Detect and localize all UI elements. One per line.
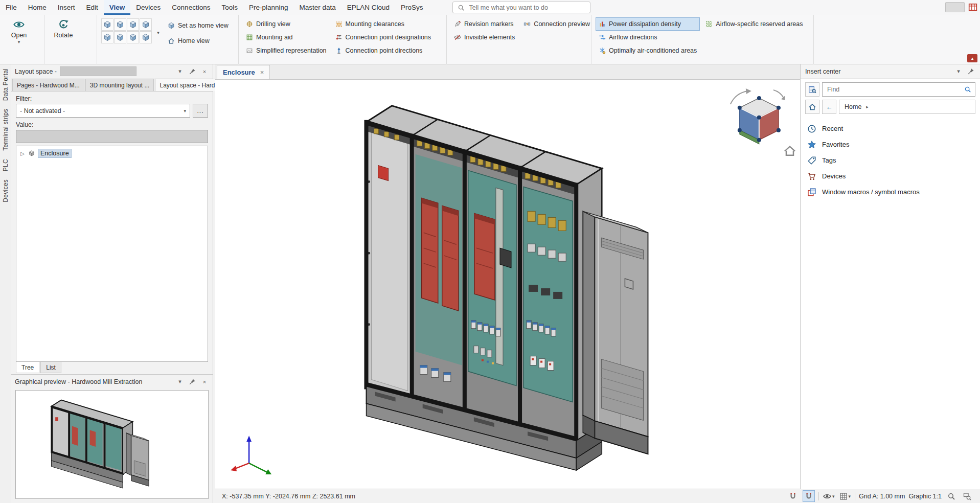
insert-center-home-button[interactable] bbox=[805, 100, 819, 114]
menu-file[interactable]: File bbox=[0, 0, 22, 15]
list-item-tags[interactable]: Tags bbox=[801, 152, 980, 168]
zoom-window-button[interactable] bbox=[961, 490, 973, 502]
airflow-directions-button[interactable]: Airflow directions bbox=[596, 31, 700, 44]
viewpoint-cube-button[interactable] bbox=[101, 31, 113, 43]
menu-home[interactable]: Home bbox=[22, 0, 52, 15]
viewpoint-more-button[interactable]: ▾ bbox=[154, 17, 162, 48]
panel-pin-button[interactable] bbox=[188, 377, 197, 386]
list-item-recent[interactable]: Recent bbox=[801, 121, 980, 136]
chevron-down-icon: ▾ bbox=[18, 40, 20, 44]
airflow-specific-reserved-areas-icon bbox=[705, 20, 713, 28]
value-input[interactable] bbox=[16, 130, 208, 143]
list-item-devices[interactable]: Devices bbox=[801, 168, 980, 184]
tab-pages[interactable]: Pages - Hardwood M... bbox=[12, 79, 84, 91]
panel-menu-button[interactable]: ▾ bbox=[954, 67, 963, 76]
optimally-air-conditioned-areas-button[interactable]: Optimally air-conditioned areas bbox=[596, 44, 700, 57]
list-item-favorites[interactable]: Favorites bbox=[801, 136, 980, 152]
filter-browse-button[interactable]: ... bbox=[193, 104, 208, 118]
revision-markers-button[interactable]: Revision markers bbox=[451, 17, 518, 31]
viewpoint-cube-button[interactable] bbox=[114, 31, 126, 43]
close-icon[interactable]: × bbox=[260, 68, 264, 76]
tree-item-enclosure[interactable]: ▷ Enclosure bbox=[17, 148, 207, 158]
power-dissipation-density-button[interactable]: Power dissipation density bbox=[596, 17, 700, 31]
object-snap-button[interactable] bbox=[803, 490, 815, 502]
3d-viewport[interactable] bbox=[215, 80, 801, 489]
viewpoint-cube-button[interactable] bbox=[101, 18, 113, 31]
simplified-representation-icon bbox=[246, 47, 253, 54]
panel-pin-button[interactable] bbox=[188, 67, 197, 76]
menu-eplan-cloud[interactable]: EPLAN Cloud bbox=[341, 0, 395, 15]
menu-edit[interactable]: Edit bbox=[81, 0, 104, 15]
side-tab-devices[interactable]: Devices bbox=[2, 179, 9, 202]
connection-preview-icon bbox=[523, 20, 531, 28]
cube-icon bbox=[142, 33, 150, 41]
search-scope-icon bbox=[808, 85, 816, 94]
connection-point-designations-button[interactable]: Connection point designations bbox=[332, 31, 434, 44]
menu-view[interactable]: View bbox=[104, 0, 131, 15]
menu-pre-planning[interactable]: Pre-planning bbox=[243, 0, 294, 15]
find-field[interactable] bbox=[822, 82, 975, 97]
connection-preview-button[interactable]: Connection preview bbox=[520, 17, 591, 31]
search-scope-button[interactable] bbox=[805, 82, 819, 97]
tab-tree[interactable]: Tree bbox=[16, 362, 39, 373]
invisible-elements-button[interactable]: Invisible elements bbox=[451, 31, 518, 44]
titlebar-misc-button[interactable] bbox=[945, 2, 965, 12]
side-tab-terminal-strips[interactable]: Terminal strips bbox=[2, 109, 9, 151]
snap-button[interactable] bbox=[787, 490, 799, 502]
insert-center-back-button[interactable]: ← bbox=[822, 100, 836, 114]
menu-master-data[interactable]: Master data bbox=[294, 0, 341, 15]
panel-title: Graphical preview - Hardwood Mill Extrac… bbox=[15, 378, 142, 385]
tab-layout-space[interactable]: Layout space - Hard... bbox=[155, 79, 224, 91]
document-tab-enclosure[interactable]: Enclosure × bbox=[217, 65, 270, 79]
tell-me-search[interactable] bbox=[452, 2, 590, 13]
viewpoint-cube-button[interactable] bbox=[140, 31, 152, 43]
window-layout-icon[interactable] bbox=[968, 3, 977, 12]
docked-panel-strip: Data Portal Terminal strips PLC Devices bbox=[0, 64, 12, 503]
find-input[interactable] bbox=[826, 85, 961, 94]
viewpoint-cube-button[interactable] bbox=[127, 18, 139, 31]
simplified-representation-button[interactable]: Simplified representation bbox=[243, 44, 330, 57]
panel-close-button[interactable]: × bbox=[200, 67, 209, 76]
tab-list[interactable]: List bbox=[40, 362, 61, 373]
view-cube[interactable] bbox=[738, 96, 781, 144]
mounting-clearances-button[interactable]: Mounting clearances bbox=[332, 17, 434, 31]
connection-point-directions-button[interactable]: Connection point directions bbox=[332, 44, 434, 57]
mounting-aid-button[interactable]: Mounting aid bbox=[243, 31, 330, 44]
viewpoint-cube-button[interactable] bbox=[140, 18, 152, 31]
tab-3d-mounting-layout[interactable]: 3D mounting layout ... bbox=[85, 79, 154, 91]
list-item-window-macros[interactable]: Window macros / symbol macros bbox=[801, 184, 980, 200]
panel-pin-button[interactable] bbox=[966, 67, 975, 76]
side-tab-plc[interactable]: PLC bbox=[2, 159, 9, 171]
eye-icon bbox=[13, 19, 25, 30]
rotate-button[interactable]: Rotate bbox=[49, 17, 78, 39]
menu-connections[interactable]: Connections bbox=[166, 0, 216, 15]
filter-select[interactable]: - Not activated - ▾ bbox=[16, 104, 190, 118]
panel-close-button[interactable]: × bbox=[200, 377, 209, 386]
home-view-button[interactable]: Home view bbox=[165, 34, 232, 48]
viewpoint-cube-button[interactable] bbox=[114, 18, 126, 31]
menu-tools[interactable]: Tools bbox=[216, 0, 243, 15]
menu-prosys[interactable]: ProSys bbox=[395, 0, 429, 15]
graphical-preview-thumbnail bbox=[15, 390, 209, 499]
navigator-tab-bar: Pages - Hardwood M... 3D mounting layout… bbox=[11, 78, 213, 92]
panel-menu-button[interactable]: ▾ bbox=[175, 377, 185, 386]
connection-point-designations-icon bbox=[335, 34, 343, 41]
tell-me-search-input[interactable] bbox=[468, 4, 585, 12]
panel-menu-button[interactable]: ▾ bbox=[175, 67, 185, 76]
search-icon[interactable] bbox=[964, 86, 971, 93]
set-as-home-view-button[interactable]: Set as home view bbox=[165, 19, 232, 32]
tree-expander[interactable]: ▷ bbox=[19, 151, 26, 156]
side-tab-data-portal[interactable]: Data Portal bbox=[2, 68, 9, 101]
open-navigator-button[interactable]: Open ▾ bbox=[4, 17, 34, 44]
ribbon-collapse-button[interactable]: ▴ bbox=[967, 54, 977, 62]
viewpoint-cube-button[interactable] bbox=[127, 31, 139, 43]
visibility-menu-button[interactable]: ▾ bbox=[823, 490, 835, 502]
grid-menu-button[interactable]: ▾ bbox=[839, 490, 852, 502]
menu-devices[interactable]: Devices bbox=[130, 0, 166, 15]
home-view-button-3d[interactable] bbox=[785, 147, 795, 155]
drilling-view-button[interactable]: Drilling view bbox=[243, 17, 330, 31]
zoom-button[interactable] bbox=[945, 490, 958, 502]
airflow-specific-reserved-areas-button[interactable]: Airflow-specific reserved areas bbox=[702, 17, 806, 31]
menu-insert[interactable]: Insert bbox=[52, 0, 81, 15]
breadcrumb[interactable]: Home ▸ bbox=[839, 100, 975, 114]
